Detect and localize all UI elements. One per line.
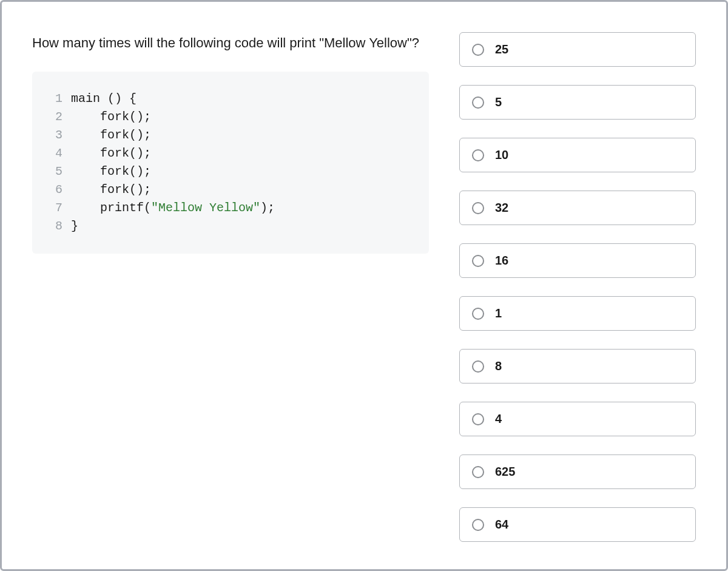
code-text: ); — [260, 201, 275, 215]
code-content: fork(); — [71, 108, 417, 126]
answers-column: 25510321618462564 — [459, 32, 696, 539]
answer-label: 5 — [495, 95, 502, 109]
code-line: 3 fork(); — [44, 126, 417, 144]
code-text: fork(); — [100, 128, 151, 142]
radio-icon — [472, 255, 484, 267]
answer-label: 16 — [495, 254, 508, 268]
answer-option[interactable]: 4 — [459, 402, 696, 436]
code-content: fork(); — [71, 181, 417, 199]
code-indent — [71, 183, 100, 197]
code-text: printf( — [100, 201, 151, 215]
code-indent — [71, 128, 100, 142]
radio-icon — [472, 466, 484, 478]
answer-label: 64 — [495, 518, 508, 532]
code-text: fork(); — [100, 183, 151, 197]
line-number: 6 — [44, 181, 71, 199]
line-number: 7 — [44, 199, 71, 217]
answer-label: 25 — [495, 42, 508, 56]
answer-option[interactable]: 10 — [459, 138, 696, 172]
answer-option[interactable]: 5 — [459, 85, 696, 120]
radio-icon — [472, 519, 484, 531]
code-content: fork(); — [71, 144, 417, 163]
answer-option[interactable]: 1 — [459, 296, 696, 331]
code-indent — [71, 164, 100, 178]
code-line: 7 printf("Mellow Yellow"); — [44, 199, 417, 217]
answer-label: 1 — [495, 306, 502, 320]
line-number: 5 — [44, 163, 71, 181]
code-indent — [71, 110, 100, 124]
radio-icon — [472, 96, 484, 109]
code-indent — [71, 146, 100, 160]
code-line: 4 fork(); — [44, 144, 417, 163]
question-column: How many times will the following code w… — [32, 32, 429, 539]
answer-option[interactable]: 8 — [459, 349, 696, 383]
code-line: 5 fork(); — [44, 163, 417, 181]
code-string-literal: "Mellow Yellow" — [151, 201, 260, 215]
code-indent — [71, 201, 100, 215]
code-line: 1main () { — [44, 90, 417, 108]
answer-label: 4 — [495, 412, 502, 426]
code-content: printf("Mellow Yellow"); — [71, 199, 417, 217]
radio-icon — [472, 44, 484, 56]
code-text: main () { — [71, 92, 136, 106]
line-number: 1 — [44, 90, 71, 108]
code-line: 8} — [44, 217, 417, 235]
code-content: } — [71, 217, 417, 235]
question-text: How many times will the following code w… — [32, 32, 429, 53]
code-block: 1main () {2 fork();3 fork();4 fork();5 f… — [32, 72, 429, 254]
code-content: main () { — [71, 90, 417, 108]
answer-option[interactable]: 32 — [459, 191, 696, 225]
code-text: fork(); — [100, 146, 151, 160]
answer-option[interactable]: 64 — [459, 507, 696, 542]
line-number: 4 — [44, 144, 71, 163]
radio-icon — [472, 360, 484, 373]
code-content: fork(); — [71, 126, 417, 144]
radio-icon — [472, 149, 484, 161]
answer-option[interactable]: 16 — [459, 243, 696, 278]
answer-option[interactable]: 625 — [459, 454, 696, 489]
code-content: fork(); — [71, 163, 417, 181]
answer-label: 32 — [495, 201, 508, 215]
line-number: 3 — [44, 126, 71, 144]
answer-option[interactable]: 25 — [459, 32, 696, 67]
code-line: 2 fork(); — [44, 108, 417, 126]
code-text: fork(); — [100, 164, 151, 178]
code-text: } — [71, 219, 78, 233]
line-number: 8 — [44, 217, 71, 235]
answer-label: 10 — [495, 148, 508, 162]
code-line: 6 fork(); — [44, 181, 417, 199]
code-text: fork(); — [100, 110, 151, 124]
answer-label: 625 — [495, 465, 515, 479]
radio-icon — [472, 413, 484, 425]
radio-icon — [472, 202, 484, 214]
quiz-container: How many times will the following code w… — [0, 0, 728, 571]
answer-label: 8 — [495, 359, 502, 373]
line-number: 2 — [44, 108, 71, 126]
radio-icon — [472, 308, 484, 320]
